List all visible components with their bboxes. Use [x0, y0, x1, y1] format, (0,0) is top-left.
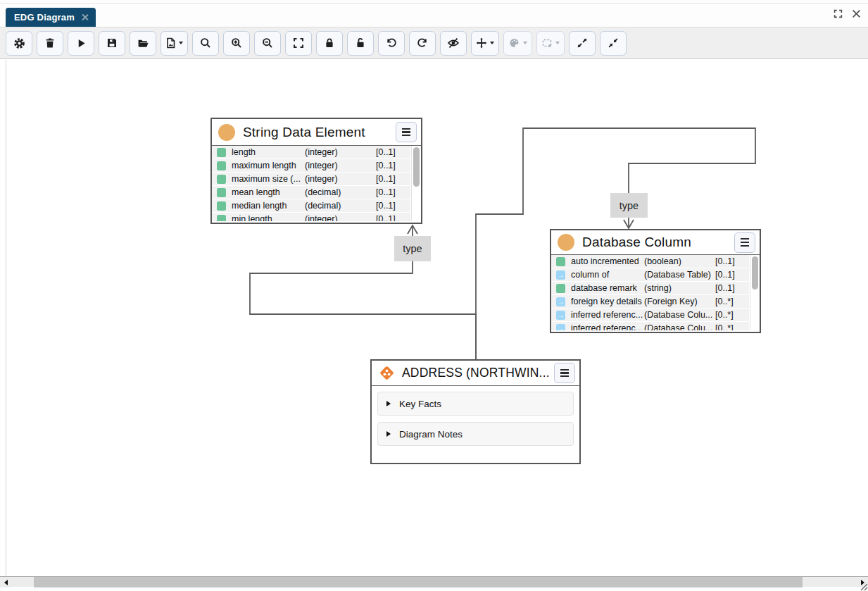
collapsed-triangle-icon: [386, 401, 391, 406]
open-button[interactable]: [130, 31, 156, 56]
move-icon: [476, 37, 487, 49]
attribute-row[interactable]: length (integer) [0..1]: [212, 146, 410, 158]
dropdown-caret-icon: [523, 42, 527, 44]
expand-all-button[interactable]: [569, 31, 596, 56]
edge-label-type[interactable]: type: [394, 236, 431, 261]
node-header[interactable]: String Data Element: [212, 119, 421, 146]
dropdown-caret-icon: [179, 42, 183, 44]
redo-icon: [417, 37, 428, 49]
lock-button[interactable]: [316, 31, 343, 56]
datatype-property-icon: [217, 188, 226, 197]
scrollbar-thumb[interactable]: [752, 256, 758, 290]
run-layout-button[interactable]: [68, 31, 94, 56]
search-icon: [200, 37, 211, 49]
object-property-icon: [556, 311, 565, 320]
collapsed-triangle-icon: [386, 431, 391, 437]
scrollbar-thumb[interactable]: [413, 147, 420, 187]
datatype-property-icon: [556, 284, 565, 293]
unlock-button[interactable]: [347, 31, 374, 56]
collapse-all-button[interactable]: [600, 31, 627, 56]
node-menu-button[interactable]: [734, 232, 755, 253]
undo-button[interactable]: [378, 31, 405, 56]
redo-button[interactable]: [409, 31, 436, 56]
dropdown-caret-icon: [555, 42, 560, 44]
settings-button[interactable]: [6, 31, 32, 56]
scroll-left-button[interactable]: [0, 577, 11, 587]
attribute-row[interactable]: mean length (decimal) [0..1]: [212, 186, 410, 199]
key-facts-section[interactable]: Key Facts: [377, 392, 574, 416]
diagram-notes-section[interactable]: Diagram Notes: [377, 422, 574, 446]
undo-icon: [386, 37, 397, 49]
object-property-icon: [556, 297, 565, 306]
style-palette-button[interactable]: [503, 31, 532, 56]
image-file-icon: [165, 37, 176, 49]
tab-edg-diagram[interactable]: EDG Diagram: [6, 8, 96, 27]
attribute-row[interactable]: auto incremented (boolean) [0..1]: [551, 255, 749, 268]
node-title: String Data Element: [243, 125, 396, 140]
datatype-property-icon: [556, 257, 565, 266]
tab-strip: EDG Diagram: [0, 0, 868, 27]
zoom-in-button[interactable]: [223, 31, 250, 56]
object-property-icon: [556, 270, 565, 280]
edge-label-type[interactable]: type: [610, 193, 648, 218]
unlock-icon: [355, 37, 366, 49]
node-scrollbar[interactable]: [411, 146, 421, 221]
tab-close-icon[interactable]: [81, 13, 89, 21]
select-region-button[interactable]: [536, 31, 565, 56]
datatype-property-icon: [217, 215, 226, 222]
diagram-canvas[interactable]: String Data Element length (integer) [0.…: [6, 60, 868, 576]
datatype-property-icon: [217, 148, 226, 157]
node-title: Database Column: [582, 235, 734, 250]
move-mode-button[interactable]: [471, 31, 499, 56]
node-scrollbar[interactable]: [750, 255, 760, 330]
node-header[interactable]: ADDRESS (NORTHWIN...: [372, 361, 579, 386]
lock-icon: [324, 37, 335, 49]
attribute-row[interactable]: foreign key details (Foreign Key) [0..*]: [551, 295, 749, 308]
gear-icon: [13, 37, 25, 49]
node-title: ADDRESS (NORTHWIN...: [402, 366, 554, 380]
attribute-row[interactable]: min length (integer) [0..1]: [212, 213, 410, 221]
edg-diagram-window: EDG Diagram: [0, 0, 868, 591]
instance-diamond-icon: [378, 364, 396, 382]
node-header[interactable]: Database Column: [551, 230, 760, 255]
attribute-row[interactable]: inferred referenc... (Database Colu... […: [551, 322, 749, 330]
attribute-row[interactable]: median length (decimal) [0..1]: [212, 199, 410, 212]
hide-elements-button[interactable]: [440, 31, 467, 56]
attribute-row[interactable]: column of (Database Table) [0..1]: [551, 268, 749, 281]
save-button[interactable]: [99, 31, 125, 56]
close-panel-icon[interactable]: [852, 9, 861, 18]
attribute-row[interactable]: database remark (string) [0..1]: [551, 282, 749, 294]
selection-rectangle-icon: [541, 37, 553, 49]
diagram-toolbar: [0, 27, 868, 59]
scrollbar-thumb[interactable]: [34, 577, 803, 587]
class-icon: [558, 234, 574, 251]
folder-open-icon: [137, 37, 149, 49]
attribute-row[interactable]: maximum size (... (integer) [0..1]: [212, 173, 410, 185]
zoom-out-button[interactable]: [254, 31, 281, 56]
horizontal-scrollbar[interactable]: [0, 576, 868, 587]
datatype-property-icon: [217, 175, 226, 184]
palette-icon: [508, 37, 520, 49]
bottom-bar: [0, 576, 868, 591]
dropdown-caret-icon: [490, 42, 494, 44]
attribute-row[interactable]: inferred referenc... (Database Colu... […: [551, 309, 749, 321]
play-icon: [76, 38, 87, 49]
resize-grip-icon[interactable]: [859, 582, 868, 591]
node-database-column[interactable]: Database Column auto incremented (boolea…: [550, 229, 761, 333]
class-icon: [218, 124, 235, 141]
node-menu-button[interactable]: [554, 363, 575, 383]
maximize-panel-icon[interactable]: [834, 9, 843, 18]
node-menu-button[interactable]: [396, 122, 417, 142]
delete-button[interactable]: [37, 31, 63, 56]
trash-icon: [44, 37, 56, 49]
attribute-row[interactable]: maximum length (integer) [0..1]: [212, 159, 410, 172]
node-address-northwind[interactable]: ADDRESS (NORTHWIN... Key Facts Diagram N…: [370, 359, 581, 464]
search-button[interactable]: [192, 31, 219, 56]
fit-screen-icon: [293, 37, 304, 49]
fit-to-screen-button[interactable]: [285, 31, 312, 56]
divider: [0, 3, 868, 4]
export-image-button[interactable]: [161, 31, 188, 56]
zoom-out-icon: [262, 37, 273, 49]
left-arrow-icon: [4, 580, 8, 585]
node-string-data-element[interactable]: String Data Element length (integer) [0.…: [210, 118, 422, 224]
